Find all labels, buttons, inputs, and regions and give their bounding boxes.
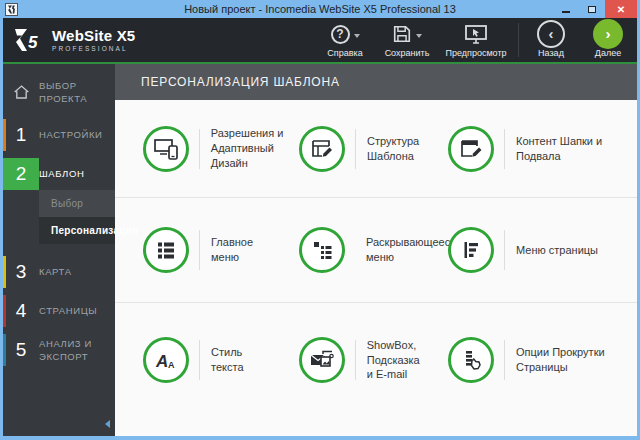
save-icon xyxy=(392,24,412,44)
logo-subtitle: PROFESSIONAL xyxy=(52,45,135,52)
websitex5-logo-icon: 5 xyxy=(13,27,43,53)
feature-label: Стиль текста xyxy=(211,345,244,375)
divider xyxy=(504,340,505,380)
app-frame: 5 WebSite X5 PROFESSIONAL ? Справка xyxy=(3,18,637,436)
feature-label: Опции Прокрутки Страницы xyxy=(516,345,605,375)
feature-main-menu[interactable]: Главное меню xyxy=(143,227,299,273)
feature-template-structure[interactable]: Структура Шаблона xyxy=(299,126,448,172)
next-button[interactable]: › Далее xyxy=(579,18,637,62)
home-icon xyxy=(13,84,30,100)
chevron-down-icon xyxy=(416,34,422,38)
page-title: ПЕРСОНАЛИЗАЦИЯ ШАБЛОНА xyxy=(115,64,637,100)
page-menu-icon xyxy=(459,238,483,262)
save-button[interactable]: Сохранить xyxy=(376,18,438,62)
logo-title: WebSite X5 xyxy=(52,28,135,43)
feature-label: Разрешения и Адаптивный Дизайн xyxy=(211,126,299,171)
divider xyxy=(199,129,200,169)
divider xyxy=(355,129,356,169)
svg-text:5: 5 xyxy=(28,33,38,52)
divider xyxy=(355,340,356,380)
websitex5-logo: 5 WebSite X5 PROFESSIONAL xyxy=(3,18,173,62)
template-structure-icon xyxy=(310,137,334,161)
svg-text:A: A xyxy=(155,352,168,371)
feature-label: Структура Шаблона xyxy=(367,134,419,164)
preview-icon xyxy=(464,24,488,45)
sidebar-item-label: СТРАНИЦЫ xyxy=(39,304,97,317)
toolbar: 5 WebSite X5 PROFESSIONAL ? Справка xyxy=(3,18,637,62)
main-menu-icon xyxy=(154,238,178,262)
back-button[interactable]: ‹ Назад xyxy=(523,18,579,62)
text-style-icon: A A xyxy=(154,348,178,372)
toolbar-spacer xyxy=(173,18,314,62)
feature-page-scroll-options[interactable]: Опции Прокрутки Страницы xyxy=(448,337,605,383)
feature-text-style[interactable]: A A Стиль текста xyxy=(143,337,299,383)
step-number: 1 xyxy=(3,119,39,151)
feature-responsive-design[interactable]: Разрешения и Адаптивный Дизайн xyxy=(143,126,299,172)
feature-label: Меню страницы xyxy=(516,243,598,258)
next-label: Далее xyxy=(595,48,621,58)
feature-header-footer-content[interactable]: Контент Шапки и Подвала xyxy=(448,126,602,172)
sidebar: ВЫБОР ПРОЕКТА 1 НАСТРОЙКИ 2 ШАБЛОН Выбор… xyxy=(3,64,115,436)
toolbar-separator xyxy=(518,23,519,57)
titlebar[interactable]: Новый проект - Incomedia WebSite X5 Prof… xyxy=(3,0,637,18)
next-icon: › xyxy=(593,19,623,49)
step-number: 5 xyxy=(3,334,39,366)
divider xyxy=(504,129,505,169)
submenu-item-selection[interactable]: Выбор xyxy=(39,190,115,217)
help-button[interactable]: ? Справка xyxy=(314,18,376,62)
preview-button[interactable]: Предпросмотр xyxy=(438,18,514,62)
responsive-design-icon xyxy=(153,137,179,161)
dropdown-menu-icon xyxy=(310,238,334,262)
showbox-tooltip-email-icon xyxy=(309,348,335,372)
step-number: 4 xyxy=(3,295,39,327)
sidebar-step-map[interactable]: 3 КАРТА xyxy=(3,256,115,288)
header-footer-content-icon xyxy=(459,137,483,161)
help-icon: ? xyxy=(331,25,350,44)
back-label: Назад xyxy=(538,48,564,58)
main-panel: ПЕРСОНАЛИЗАЦИЯ ШАБЛОНА xyxy=(115,64,637,436)
divider xyxy=(199,340,200,380)
save-label: Сохранить xyxy=(385,48,430,58)
sidebar-item-label: ШАБЛОН xyxy=(39,167,84,180)
feature-showbox-tooltip-email[interactable]: ShowBox, Подсказка и E-mail xyxy=(299,337,448,383)
feature-label: ShowBox, Подсказка и E-mail xyxy=(367,338,448,383)
sidebar-step-template[interactable]: 2 ШАБЛОН xyxy=(3,158,115,190)
submenu-item-personalization[interactable]: Персонализация xyxy=(39,217,115,244)
chevron-down-icon xyxy=(354,34,360,38)
feature-grid: Разрешения и Адаптивный Дизайн xyxy=(115,100,637,436)
window-title: Новый проект - Incomedia WebSite X5 Prof… xyxy=(3,3,637,15)
sidebar-item-label: НАСТРОЙКИ xyxy=(39,128,102,141)
sidebar-step-settings[interactable]: 1 НАСТРОЙКИ xyxy=(3,119,115,151)
feature-label: Раскрывающееся меню xyxy=(366,235,456,265)
sidebar-collapse-icon[interactable] xyxy=(105,420,110,428)
feature-label: Главное меню xyxy=(211,235,253,265)
help-label: Справка xyxy=(327,48,362,58)
feature-dropdown-menu[interactable]: Раскрывающееся меню xyxy=(299,227,448,273)
step-color-strip xyxy=(3,295,6,327)
step-number: 2 xyxy=(3,158,39,190)
step-color-strip xyxy=(3,256,6,288)
page-scroll-options-icon xyxy=(459,348,483,372)
sidebar-item-project-selection[interactable]: ВЫБОР ПРОЕКТА xyxy=(3,72,115,112)
app-window: Новый проект - Incomedia WebSite X5 Prof… xyxy=(0,0,640,440)
sidebar-step-pages[interactable]: 4 СТРАНИЦЫ xyxy=(3,295,115,327)
template-submenu: Выбор Персонализация xyxy=(39,190,115,244)
sidebar-item-label: АНАЛИЗ И ЭКСПОРТ xyxy=(39,337,92,364)
sidebar-item-label: ВЫБОР ПРОЕКТА xyxy=(39,79,87,106)
divider xyxy=(199,230,200,270)
step-color-strip xyxy=(3,334,6,366)
sidebar-step-analysis-export[interactable]: 5 АНАЛИЗ И ЭКСПОРТ xyxy=(3,334,115,366)
divider xyxy=(504,230,505,270)
step-color-strip xyxy=(3,119,6,151)
feature-page-menu[interactable]: Меню страницы xyxy=(448,227,598,273)
back-icon: ‹ xyxy=(537,20,565,48)
feature-label: Контент Шапки и Подвала xyxy=(516,134,602,164)
sidebar-item-label: КАРТА xyxy=(39,265,72,278)
svg-text:A: A xyxy=(168,360,175,370)
preview-label: Предпросмотр xyxy=(445,48,506,58)
step-number: 3 xyxy=(3,256,39,288)
